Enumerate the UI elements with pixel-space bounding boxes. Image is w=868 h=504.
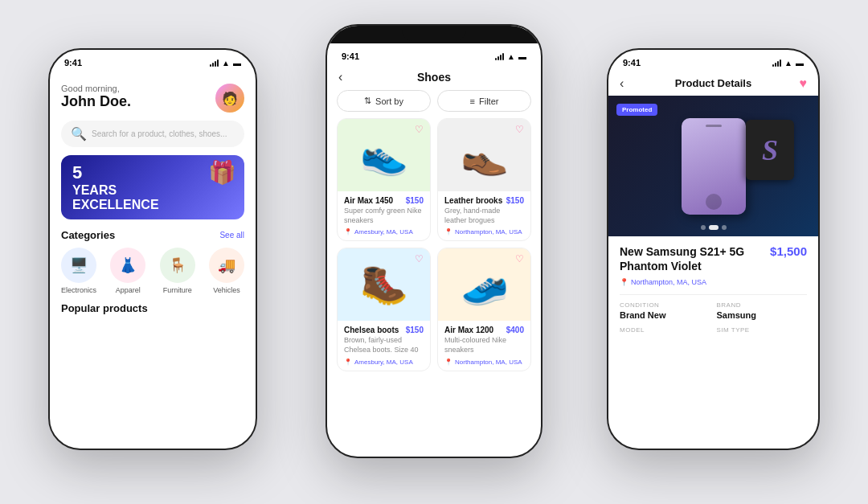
product-card-1[interactable]: 👟 ♡ Air Max 1450 $150 Super comfy green … [337,118,431,241]
spec-condition-value: Brand New [620,310,710,320]
status-bar-center: 9:41 ▲ ▬ [327,43,541,64]
location-icon-3: 📍 [344,359,352,366]
search-icon: 🔍 [71,126,87,141]
banner-text1: YEARS [72,183,159,198]
category-apparel[interactable]: 👗 Apparel [110,248,145,294]
filter-button[interactable]: ≡ Filter [437,90,531,112]
product-image-3: 🥾 ♡ [338,248,430,321]
categories-header: Categories See all [61,229,244,241]
heart-icon-3[interactable]: ♡ [415,253,424,264]
product-location-4: 📍 Northampton, MA, USA [444,359,524,366]
location-icon-1: 📍 [344,228,352,236]
favorite-button[interactable]: ♥ [800,76,808,91]
product-title-price-row: New Samsung S21+ 5G Phantom Violet $1,50… [620,244,807,273]
location-text-4: Northampton, MA, USA [455,359,522,366]
heart-icon-2[interactable]: ♡ [515,124,524,135]
phone-home [706,194,722,210]
spec-model-label: MODEL [620,326,710,334]
spec-model: MODEL [620,326,710,335]
sort-by-button[interactable]: ⇅ Sort by [337,90,431,112]
notch-area [327,26,541,43]
spec-brand-label: BRAND [717,301,808,309]
location-icon-4: 📍 [444,359,452,366]
back-button-center[interactable]: ‹ [338,70,342,84]
product-hero-image: Promoted S [608,96,818,236]
good-morning-label: Good morning, [61,84,131,93]
electronics-label: Electronics [61,286,96,294]
filter-label: Filter [479,96,498,106]
product-name-price-3: Chelsea boots $150 [344,326,424,334]
status-bar-left: 9:41 ▲ ▬ [50,50,256,71]
popular-products-title: Popular products [61,302,244,314]
phones-container: 9:41 ▲ ▬ Good morning, John Doe. 🧑 [0,0,868,504]
hero-dot-2[interactable] [709,225,719,230]
time-left: 9:41 [64,58,82,68]
product-image-4: 👟 ♡ [438,248,530,321]
filter-icon: ≡ [470,96,475,106]
product-card-3[interactable]: 🥾 ♡ Chelsea boots $150 Brown, fairly-use… [337,248,431,371]
apparel-icon: 👗 [110,248,145,283]
product-card-2[interactable]: 👞 ♡ Leather brooks $150 Grey, hand-made … [437,118,531,241]
greeting-section: Good morning, John Doe. 🧑 [61,84,244,113]
spec-sim-type-label: SIM TYPE [717,326,808,334]
status-bar-right: 9:41 ▲ ▬ [608,50,818,71]
see-all-button[interactable]: See all [219,231,244,240]
product-desc-3: Brown, fairly-used Chelsea boots. Size 4… [344,336,424,354]
category-vehicles[interactable]: 🚚 Vehicles [209,248,244,294]
status-icons-center: ▲ ▬ [495,52,526,61]
categories-grid: 🖥️ Electronics 👗 Apparel 🪑 Furniture 🚚 V… [61,248,244,294]
spec-brand: BRAND Samsung [717,301,808,320]
product-name-price-1: Air Max 1450 $150 [344,196,424,205]
product-name-4: Air Max 1200 [444,326,493,334]
banner-content: 5 YEARS EXCELLENCE [72,162,159,211]
phone-camera [706,125,722,127]
heart-icon-1[interactable]: ♡ [415,124,424,135]
banner-text2: EXCELLENCE [72,198,159,212]
time-center: 9:41 [342,51,359,61]
categories-title: Categories [61,229,115,241]
spec-brand-value: Samsung [717,310,808,320]
status-icons-left: ▲ ▬ [210,59,241,68]
wifi-icon-right: ▲ [784,59,792,68]
product-card-4[interactable]: 👟 ♡ Air Max 1200 $400 Multi-coloured Nik… [437,248,531,371]
samsung-phone-visual [682,118,746,215]
product-main-title: New Samsung S21+ 5G Phantom Violet [620,244,764,273]
product-info-1: Air Max 1450 $150 Super comfy green Nike… [338,191,430,240]
product-name-2: Leather brooks [444,196,502,205]
product-location-3: 📍 Amesbury, MA, USA [344,359,424,366]
hero-dot-1[interactable] [701,225,706,230]
product-info-4: Air Max 1200 $400 Multi-coloured Nike sn… [438,321,530,370]
product-name-price-2: Leather brooks $150 [444,196,524,205]
banner-years: 5 [72,162,159,183]
back-button-right[interactable]: ‹ [620,76,624,91]
location-text-3: Amesbury, MA, USA [354,359,413,366]
shoe-icon-3: 🥾 [360,262,408,307]
product-desc-1: Super comfy green Nike sneakers [344,207,424,225]
left-phone-content: Good morning, John Doe. 🧑 🔍 Search for a… [50,71,256,445]
product-desc-4: Multi-coloured Nike sneakers [444,336,524,354]
product-location-row: 📍 Northampton, MA, USA [620,278,807,286]
category-furniture[interactable]: 🪑 Furniture [160,248,195,294]
product-name-price-4: Air Max 1200 $400 [444,326,524,334]
signal-icon-center [495,52,504,60]
search-placeholder: Search for a product, clothes, shoes... [92,129,227,138]
spec-sim-type: SIM TYPE [717,326,808,335]
phone-left: 9:41 ▲ ▬ Good morning, John Doe. 🧑 [48,48,257,450]
product-name-1: Air Max 1450 [344,196,393,205]
product-info-2: Leather brooks $150 Grey, hand-made leat… [438,191,530,240]
avatar: 🧑 [215,84,244,113]
specs-grid: CONDITION Brand New BRAND Samsung MODEL … [620,294,807,335]
notch [402,25,466,41]
location-text-2: Northampton, MA, USA [455,228,522,236]
search-bar[interactable]: 🔍 Search for a product, clothes, shoes..… [61,121,244,147]
samsung-box-visual: S [746,120,794,180]
hero-dot-3[interactable] [722,225,727,230]
category-electronics[interactable]: 🖥️ Electronics [61,248,96,294]
filter-row: ⇅ Sort by ≡ Filter [327,90,541,112]
sort-icon: ⇅ [364,96,371,106]
furniture-label: Furniture [163,286,192,294]
phone-right: 9:41 ▲ ▬ ‹ Product Details ♥ Promoted [607,48,820,450]
product-image-2: 👞 ♡ [438,119,530,191]
product-location-text: Northampton, MA, USA [631,278,706,286]
heart-icon-4[interactable]: ♡ [515,253,524,264]
